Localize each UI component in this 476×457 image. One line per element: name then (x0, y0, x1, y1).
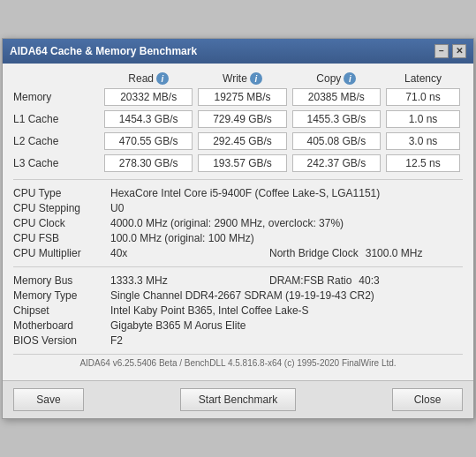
cpu-type-row: CPU Type HexaCore Intel Core i5-9400F (C… (13, 187, 463, 199)
cpu-multiplier-value: 40x (110, 247, 269, 259)
cpu-fsb-label: CPU FSB (13, 232, 110, 244)
memory-bus-label: Memory Bus (13, 274, 110, 287)
divider-1 (13, 179, 463, 180)
table-row: L2 Cache 470.55 GB/s 292.45 GB/s 405.08 … (13, 132, 463, 150)
memory-type-label: Memory Type (13, 289, 110, 302)
chipset-label: Chipset (13, 304, 110, 317)
cpu-multiplier-label: CPU Multiplier (13, 247, 110, 259)
chipset-row: Chipset Intel Kaby Point B365, Intel Cof… (13, 304, 463, 317)
cpu-fsb-row: CPU FSB 100.0 MHz (original: 100 MHz) (13, 232, 463, 244)
l3-read: 278.30 GB/s (104, 154, 193, 172)
table-header: Read i Write i Copy i Latency (13, 72, 463, 85)
cpu-stepping-row: CPU Stepping U0 (13, 202, 463, 214)
close-button[interactable]: ✕ (452, 44, 466, 58)
north-bridge-label: North Bridge Clock (269, 247, 359, 259)
cpu-stepping-label: CPU Stepping (13, 202, 110, 214)
cpu-type-label: CPU Type (13, 187, 110, 199)
copy-info-icon[interactable]: i (344, 72, 356, 85)
memory-type-row: Memory Type Single Channel DDR4-2667 SDR… (13, 289, 463, 302)
read-info-icon[interactable]: i (156, 72, 169, 85)
chipset-value: Intel Kaby Point B365, Intel Coffee Lake… (110, 304, 309, 317)
memory-latency: 71.0 ns (386, 88, 460, 106)
l1-label: L1 Cache (13, 113, 102, 125)
content-area: Read i Write i Copy i Latency Memory 203… (3, 64, 473, 380)
l3-latency: 12.5 ns (386, 154, 460, 172)
header-copy: Copy i (290, 72, 383, 85)
memory-copy: 20385 MB/s (292, 88, 381, 106)
minimize-button[interactable]: − (434, 44, 449, 58)
cpu-stepping-value: U0 (110, 202, 124, 214)
l3-write: 193.57 GB/s (198, 154, 286, 172)
divider-2 (13, 266, 463, 267)
l1-latency: 1.0 ns (386, 110, 460, 128)
memory-write: 19275 MB/s (198, 88, 286, 106)
l1-read: 1454.3 GB/s (104, 110, 193, 128)
l3-label: L3 Cache (13, 157, 102, 169)
memory-info-section: Memory Bus 1333.3 MHz DRAM:FSB Ratio 40:… (13, 274, 463, 347)
close-button[interactable]: Close (392, 388, 463, 411)
motherboard-row: Motherboard Gigabyte B365 M Aorus Elite (13, 319, 463, 332)
dram-fsb-label: DRAM:FSB Ratio (269, 274, 351, 287)
bios-row: BIOS Version F2 (13, 334, 463, 347)
header-latency: Latency (383, 72, 463, 85)
save-button[interactable]: Save (13, 388, 84, 411)
north-bridge-value: 3100.0 MHz (366, 247, 423, 259)
memory-read: 20332 MB/s (104, 88, 193, 106)
start-benchmark-button[interactable]: Start Benchmark (180, 388, 296, 411)
motherboard-value: Gigabyte B365 M Aorus Elite (110, 319, 246, 332)
l1-write: 729.49 GB/s (198, 110, 286, 128)
table-row: L1 Cache 1454.3 GB/s 729.49 GB/s 1455.3 … (13, 110, 463, 128)
memory-bus-row: Memory Bus 1333.3 MHz DRAM:FSB Ratio 40:… (13, 274, 463, 287)
cpu-info-section: CPU Type HexaCore Intel Core i5-9400F (C… (13, 187, 463, 259)
table-row: Memory 20332 MB/s 19275 MB/s 20385 MB/s … (13, 88, 463, 106)
dram-fsb-value: 40:3 (359, 274, 379, 287)
cpu-type-value: HexaCore Intel Core i5-9400F (Coffee Lak… (110, 187, 380, 199)
title-bar: AIDA64 Cache & Memory Benchmark − ✕ (3, 39, 473, 64)
bios-label: BIOS Version (13, 334, 110, 347)
cpu-multiplier-row: CPU Multiplier 40x North Bridge Clock 31… (13, 247, 463, 259)
memory-label: Memory (13, 91, 102, 103)
window-title: AIDA64 Cache & Memory Benchmark (10, 45, 197, 57)
cpu-fsb-value: 100.0 MHz (original: 100 MHz) (110, 232, 254, 244)
write-info-icon[interactable]: i (250, 72, 262, 85)
header-write: Write i (195, 72, 289, 85)
l1-copy: 1455.3 GB/s (292, 110, 381, 128)
cpu-clock-row: CPU Clock 4000.0 MHz (original: 2900 MHz… (13, 217, 463, 229)
button-bar: Save Start Benchmark Close (3, 380, 473, 418)
cpu-clock-label: CPU Clock (13, 217, 110, 229)
l2-label: L2 Cache (13, 135, 102, 147)
l2-latency: 3.0 ns (386, 132, 460, 150)
footer-text: AIDA64 v6.25.5406 Beta / BenchDLL 4.5.81… (13, 354, 463, 371)
memory-type-value: Single Channel DDR4-2667 SDRAM (19-19-19… (110, 289, 374, 302)
l2-copy: 405.08 GB/s (292, 132, 381, 150)
cpu-clock-value: 4000.0 MHz (original: 2900 MHz, overcloc… (110, 217, 344, 229)
header-read: Read i (102, 72, 195, 85)
title-bar-buttons: − ✕ (434, 44, 466, 58)
table-row: L3 Cache 278.30 GB/s 193.57 GB/s 242.37 … (13, 154, 463, 172)
memory-bus-value: 1333.3 MHz (110, 274, 269, 287)
l2-read: 470.55 GB/s (104, 132, 193, 150)
l2-write: 292.45 GB/s (198, 132, 286, 150)
bios-value: F2 (110, 334, 123, 347)
main-window: AIDA64 Cache & Memory Benchmark − ✕ Read… (2, 38, 474, 419)
l3-copy: 242.37 GB/s (292, 154, 381, 172)
motherboard-label: Motherboard (13, 319, 110, 332)
